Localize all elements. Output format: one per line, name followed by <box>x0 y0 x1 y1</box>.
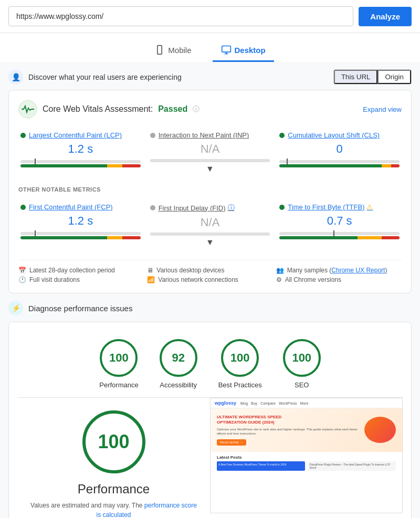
metric-ttfb-label[interactable]: Time to First Byte (TTFB) ⚠ <box>279 203 400 211</box>
performance-left: 100 Performance Values are estimated and… <box>17 398 210 518</box>
site-hero-image <box>364 417 396 443</box>
clock-icon: 🕐 <box>18 276 26 283</box>
site-hero-text: ULTIMATE WORDPRESS SPEEDOPTIMIZATION GUI… <box>217 415 360 446</box>
info-footer: 📅 Latest 28-day collection period 🕐 Full… <box>18 260 402 283</box>
site-nav: wpglossy Blog Buy Compare WordPress More <box>211 398 402 408</box>
ttfb-bar-orange <box>358 236 382 239</box>
tab-desktop-label: Desktop <box>235 46 266 55</box>
tab-mobile[interactable]: Mobile <box>146 40 200 62</box>
info-network: 📶 Various network connections <box>147 276 272 283</box>
calendar-icon: 📅 <box>18 267 26 274</box>
site-logo: wpglossy <box>215 400 236 406</box>
cwv-status: Passed <box>158 104 187 114</box>
fcp-bar-green <box>20 236 107 239</box>
fid-info-icon: ⓘ <box>228 203 235 213</box>
origin-button[interactable]: Origin <box>377 70 411 84</box>
scores-row: 100 Performance 92 Accessibility 100 Bes… <box>17 339 403 389</box>
info-visit: 🕐 Full visit durations <box>18 276 144 283</box>
metric-fcp: First Contentful Paint (FCP) 1.2 s <box>18 199 143 251</box>
site-nav-links: Blog Buy Compare WordPress More <box>240 401 308 405</box>
accessibility-label: Accessibility <box>160 381 197 389</box>
seo-circle: 100 <box>283 339 321 377</box>
accessibility-circle: 92 <box>160 339 197 377</box>
metric-inp-label[interactable]: Interaction to Next Paint (INP) <box>150 131 270 139</box>
diagnose-header: ⚡ Diagnose performance issues <box>8 301 412 315</box>
metric-inp-value: N/A <box>150 142 270 156</box>
ttfb-bar-red <box>382 236 400 239</box>
tab-mobile-label: Mobile <box>168 46 191 55</box>
performance-description: Values are estimated and may vary. The p… <box>28 501 200 518</box>
chrome-icon: ⚙ <box>276 276 282 283</box>
score-best-practices: 100 Best Practices <box>218 339 262 389</box>
metric-fid-label[interactable]: First Input Delay (FID) ⓘ <box>150 203 270 213</box>
this-url-button[interactable]: This URL <box>334 70 378 84</box>
lcp-bar-marker <box>35 158 36 165</box>
metric-lcp-label[interactable]: Largest Contentful Paint (LCP) <box>20 131 141 139</box>
perf-score-link[interactable]: performance score is calculated <box>96 502 196 518</box>
desktop-icon <box>221 45 232 55</box>
score-seo: 100 SEO <box>283 339 321 389</box>
info-col-2: 🖥 Various desktop devices 📶 Various netw… <box>147 267 272 283</box>
monitor-icon: 🖥 <box>147 267 153 274</box>
real-users-header: 👤 Discover what your real users are expe… <box>8 69 412 84</box>
lcp-bar-green <box>20 164 107 167</box>
real-users-icon: 👤 <box>8 70 23 84</box>
cls-bar-marker <box>287 158 288 165</box>
real-users-header-left: 👤 Discover what your real users are expe… <box>8 70 182 84</box>
cwv-title: Core Web Vitals Assessment: <box>43 104 153 114</box>
metric-cls: Cumulative Layout Shift (CLS) 0 <box>277 127 402 178</box>
site-hero-btn: READ MORE → <box>217 439 246 446</box>
cls-bar-orange <box>382 164 391 167</box>
performance-detail-section: 100 Performance Values are estimated and… <box>17 397 403 518</box>
info-chrome: ⚙ All Chrome versions <box>276 276 402 283</box>
cls-bar-green <box>279 164 381 167</box>
website-screenshot: wpglossy Blog Buy Compare WordPress More… <box>210 398 403 513</box>
chrome-ux-report-link[interactable]: Chrome UX Report <box>331 267 385 274</box>
core-web-vitals-card: Core Web Vitals Assessment: Passed ⓘ Exp… <box>8 90 412 293</box>
performance-title: Performance <box>78 482 150 496</box>
lcp-bar-orange <box>107 164 123 167</box>
metric-ttfb: Time to First Byte (TTFB) ⚠ 0.7 s <box>277 199 402 251</box>
expand-view-link[interactable]: Expand view <box>363 105 402 113</box>
inp-marker: ▼ <box>150 164 270 174</box>
cls-bar-red <box>391 164 400 167</box>
metric-fid-value: N/A <box>150 216 270 229</box>
other-metrics-label: OTHER NOTABLE METRICS <box>18 186 402 193</box>
metric-fcp-label[interactable]: First Contentful Paint (FCP) <box>20 203 141 211</box>
site-hero: ULTIMATE WORDPRESS SPEEDOPTIMIZATION GUI… <box>211 408 402 452</box>
best-practices-label: Best Practices <box>218 381 262 389</box>
ttfb-bar <box>279 232 400 235</box>
metric-ttfb-value: 0.7 s <box>279 214 400 228</box>
cwv-metrics-grid: Largest Contentful Paint (LCP) 1.2 s Int… <box>18 127 402 178</box>
fcp-bar <box>20 232 141 235</box>
info-28day: 📅 Latest 28-day collection period <box>18 267 144 274</box>
site-posts-row: A Best Free Divalvery WordPress Theme To… <box>211 461 402 471</box>
ttfb-dot <box>279 205 285 210</box>
performance-circle: 100 <box>100 339 138 377</box>
site-post-2: FlyingPress Plugin Review – The ideal Sp… <box>308 461 396 471</box>
site-hero-desc: Optimize your WordPress site to rank sit… <box>217 427 360 436</box>
diagnose-title: Diagnose performance issues <box>28 304 132 313</box>
mobile-icon <box>154 45 165 55</box>
metric-cls-label[interactable]: Cumulative Layout Shift (CLS) <box>279 131 400 139</box>
svg-rect-2 <box>222 46 230 52</box>
fcp-bar-marker <box>35 230 36 237</box>
people-icon: 👥 <box>276 267 284 274</box>
performance-label: Performance <box>99 381 138 389</box>
inp-bar <box>150 159 270 162</box>
info-col-1: 📅 Latest 28-day collection period 🕐 Full… <box>18 267 144 283</box>
metric-lcp: Largest Contentful Paint (LCP) 1.2 s <box>18 127 143 178</box>
info-devices: 🖥 Various desktop devices <box>147 267 272 274</box>
ttfb-warning-icon: ⚠ <box>366 203 373 211</box>
metric-cls-value: 0 <box>279 142 400 156</box>
info-col-3: 👥 Many samples (Chrome UX Report) ⚙ All … <box>276 267 402 283</box>
svg-rect-0 <box>158 46 162 55</box>
ttfb-bar-green <box>279 236 358 239</box>
cls-bar <box>279 160 400 163</box>
tab-desktop[interactable]: Desktop <box>213 40 274 62</box>
main-content: 👤 Discover what your real users are expe… <box>0 62 420 518</box>
analyze-button[interactable]: Analyze <box>359 7 412 26</box>
url-input[interactable] <box>8 6 353 26</box>
fcp-dot <box>20 205 26 210</box>
best-practices-circle: 100 <box>221 339 259 377</box>
